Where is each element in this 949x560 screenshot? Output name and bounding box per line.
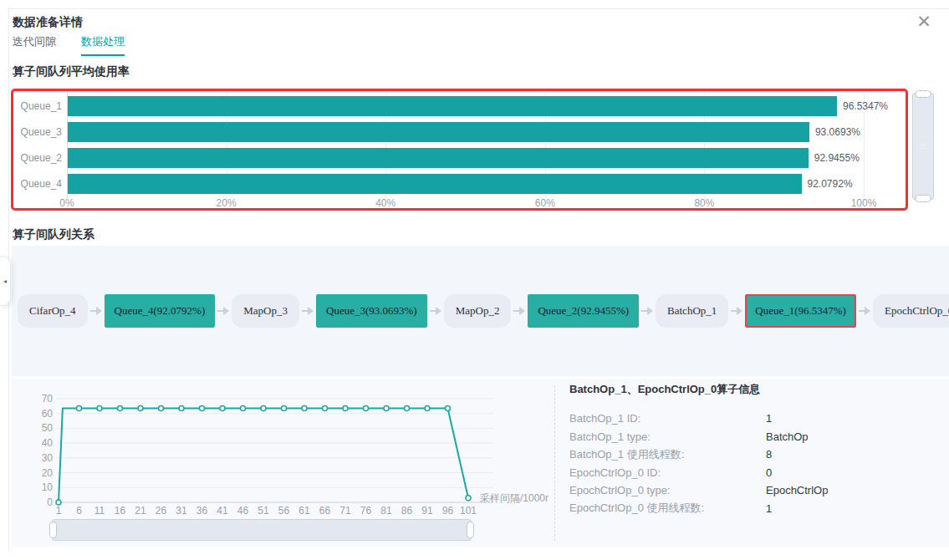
flow-arrow-icon: [859, 310, 869, 312]
scrollbar-handle-right[interactable]: [467, 522, 474, 538]
bar-value-label: 96.5347%: [843, 100, 888, 112]
flow-arrow-icon: [217, 310, 227, 312]
flow-node-queue_4[interactable]: Queue_4(92.0792%): [105, 294, 216, 328]
info-row: BatchOp_1 ID:1: [569, 410, 937, 428]
info-row: EpochCtrlOp_0 type:EpochCtrlOp: [569, 481, 937, 500]
flow-arrow-icon: [513, 310, 523, 312]
bar-plot-area: 0%20%40%60%80%100%Queue_196.5347%Queue_3…: [13, 91, 906, 208]
x-axis-tick-label: 31: [176, 505, 187, 517]
data-point-marker[interactable]: [384, 406, 389, 411]
x-axis-tick-label: 1: [56, 505, 62, 517]
data-point-marker[interactable]: [302, 406, 307, 411]
info-row-label: EpochCtrlOp_0 ID:: [569, 466, 766, 479]
bar-category-label: Queue_2: [13, 152, 62, 164]
data-point-marker[interactable]: [138, 406, 143, 411]
data-point-marker[interactable]: [343, 406, 348, 411]
data-point-marker[interactable]: [179, 406, 184, 411]
scrollbar-handle-bottom[interactable]: [916, 195, 931, 202]
data-point-marker[interactable]: [364, 406, 369, 411]
flow-node-epochctrlop_0[interactable]: EpochCtrlOp_0: [873, 294, 949, 328]
info-row-value: EpochCtrlOp: [766, 484, 828, 496]
usage-bar[interactable]: [68, 96, 837, 116]
data-point-marker[interactable]: [241, 406, 246, 411]
bar-value-label: 92.0792%: [808, 178, 853, 190]
flow-arrow-icon: [90, 310, 100, 312]
y-axis-tick-label: 40: [42, 437, 54, 449]
scrollbar-handle-left[interactable]: [49, 522, 57, 538]
x-axis-tick-label: 96: [442, 505, 454, 517]
flow-node-mapop_3[interactable]: MapOp_3: [232, 294, 299, 328]
scrollbar-handle-top[interactable]: [916, 90, 931, 98]
flow-node-batchop_1[interactable]: BatchOp_1: [656, 294, 728, 328]
flow-node-queue_2[interactable]: Queue_2(92.9455%): [528, 294, 639, 328]
data-point-marker[interactable]: [56, 500, 61, 505]
data-point-marker[interactable]: [446, 406, 451, 411]
data-point-marker[interactable]: [220, 406, 225, 411]
x-axis-tick-label: 91: [421, 505, 433, 517]
flow-node-mapop_2[interactable]: MapOp_2: [444, 294, 512, 328]
info-row-value: 1: [766, 502, 772, 515]
close-icon[interactable]: ✕: [913, 11, 935, 33]
y-axis-tick-label: 50: [42, 422, 54, 434]
data-point-marker[interactable]: [323, 406, 328, 411]
usage-bar[interactable]: [68, 174, 802, 194]
x-axis-tick-label: 11: [94, 505, 105, 517]
data-point-marker[interactable]: [118, 406, 123, 411]
flow-arrow-icon: [731, 310, 741, 312]
tab-iteration-gap[interactable]: 迭代间隙: [13, 34, 56, 56]
data-point-marker[interactable]: [159, 406, 164, 411]
bar-category-label: Queue_3: [13, 126, 62, 138]
y-axis-tick-label: 10: [42, 481, 54, 493]
data-point-marker[interactable]: [466, 496, 471, 501]
card-top-border: [8, 8, 949, 9]
flow-node-queue_1[interactable]: Queue_1(96.5347%): [745, 294, 856, 328]
data-point-marker[interactable]: [200, 406, 205, 411]
data-point-marker[interactable]: [282, 406, 287, 411]
queue-usage-bar-chart: 0%20%40%60%80%100%Queue_196.5347%Queue_3…: [11, 89, 908, 211]
x-axis-tick-label: 20%: [202, 197, 252, 209]
x-axis-tick-label: 16: [115, 505, 126, 517]
info-row-label: EpochCtrlOp_0 使用线程数:: [569, 501, 766, 516]
x-axis-tick-label: 100%: [839, 197, 889, 209]
info-row: BatchOp_1 使用线程数:8: [569, 445, 937, 464]
queue-relation-diagram: CifarOp_4Queue_4(92.0792%)MapOp_3Queue_3…: [12, 246, 949, 376]
scrollbar-grip-icon: ⋯⋯: [920, 143, 927, 150]
horizontal-scrollbar[interactable]: ⋯: [52, 519, 472, 541]
data-point-marker[interactable]: [77, 406, 82, 411]
page-title: 数据准备详情: [13, 15, 83, 30]
x-axis-tick-label: 71: [339, 505, 351, 517]
bar-value-label: 93.0693%: [815, 126, 860, 138]
data-point-marker[interactable]: [261, 406, 266, 411]
x-axis-tick-label: 61: [298, 505, 310, 517]
info-row: BatchOp_1 type:BatchOp: [569, 428, 937, 446]
data-point-marker[interactable]: [97, 406, 102, 411]
data-point-marker[interactable]: [425, 406, 430, 411]
info-row-label: BatchOp_1 ID:: [569, 412, 766, 425]
info-row-label: BatchOp_1 使用线程数:: [569, 447, 766, 462]
detail-panel: 0102030405060701611162126313641465156616…: [12, 379, 949, 547]
y-axis-tick-label: 0: [47, 496, 53, 508]
operator-info-rows: BatchOp_1 ID:1BatchOp_1 type:BatchOpBatc…: [569, 410, 937, 517]
tab-data-processing[interactable]: 数据处理: [81, 34, 125, 56]
y-axis-tick-label: 70: [42, 393, 54, 405]
bar-value-label: 92.9455%: [814, 152, 860, 164]
vertical-scrollbar[interactable]: ⋯⋯: [912, 93, 934, 200]
x-axis-tick-label: 60%: [520, 197, 570, 209]
info-row-value: 8: [766, 448, 772, 461]
collapse-panel-button[interactable]: ◂: [0, 256, 11, 306]
section-title-queue-relation: 算子间队列关系: [13, 227, 94, 242]
section-title-queue-usage: 算子间队列平均使用率: [13, 64, 130, 79]
flow-node-cifarop_4[interactable]: CifarOp_4: [18, 294, 88, 328]
x-axis-tick-label: 41: [217, 505, 228, 517]
usage-bar[interactable]: [68, 122, 809, 142]
x-axis-tick-label: 26: [156, 505, 167, 517]
x-axis-tick-label: 21: [135, 505, 146, 517]
flow-node-queue_3[interactable]: Queue_3(93.0693%): [316, 294, 427, 328]
flow-arrow-icon: [302, 310, 312, 312]
queue-depth-line: [59, 409, 468, 502]
usage-bar[interactable]: [68, 148, 809, 168]
data-point-marker[interactable]: [405, 406, 410, 411]
queue-sampling-line-chart[interactable]: 0102030405060701611162126313641465156616…: [28, 385, 555, 521]
info-row-label: BatchOp_1 type:: [569, 430, 766, 443]
bar-category-label: Queue_4: [13, 178, 62, 190]
